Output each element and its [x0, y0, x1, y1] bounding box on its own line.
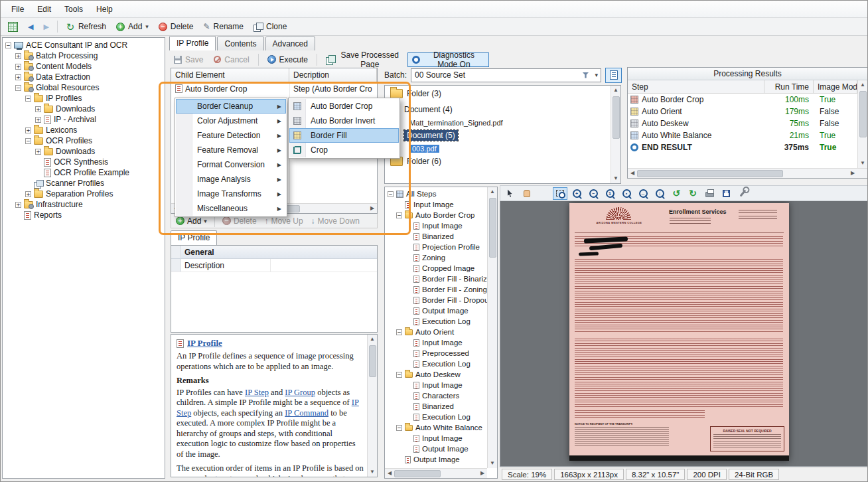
tree-item[interactable]: Border Fill - Binarized: [385, 274, 487, 284]
diagnostics-mode-button[interactable]: Diagnostics Mode On: [407, 52, 489, 67]
add-button[interactable]: Add ▾: [111, 19, 153, 34]
tree-item[interactable]: −Auto Border Crop: [385, 210, 487, 220]
help-link[interactable]: IP Step: [245, 388, 269, 397]
expander-minus-icon[interactable]: −: [388, 191, 394, 197]
scroll-left-arrow[interactable]: ◀: [628, 169, 637, 178]
batch-vertical-scrollbar[interactable]: ▲ ▼: [611, 86, 620, 183]
tree-item[interactable]: +Batch Processing: [3, 50, 165, 61]
tree-item[interactable]: Execution Log: [385, 359, 487, 369]
refresh-button[interactable]: Refresh: [61, 19, 111, 34]
results-column-image-modified[interactable]: Image Modifie: [814, 80, 857, 93]
nav-back-button[interactable]: ◀: [23, 19, 38, 34]
results-column-run-time[interactable]: Run Time: [764, 80, 814, 93]
expander-minus-icon[interactable]: −: [396, 329, 402, 335]
scroll-down-arrow[interactable]: ▼: [858, 159, 867, 168]
grid-column-child-element[interactable]: Child Element: [171, 68, 289, 82]
results-row[interactable]: Auto Deskew75msFalse: [628, 118, 867, 129]
scroll-right-arrow[interactable]: ▶: [478, 469, 487, 478]
zoom-height-button[interactable]: ↕: [652, 187, 667, 200]
submenu-item-crop[interactable]: Crop: [289, 143, 399, 157]
results-row[interactable]: Auto White Balance21msTrue: [628, 129, 867, 141]
rename-button[interactable]: Rename: [199, 19, 248, 34]
expander-plus-icon[interactable]: +: [25, 127, 31, 133]
steps-horizontal-scrollbar[interactable]: ◀ ▶: [385, 468, 487, 478]
expander-plus-icon[interactable]: +: [35, 106, 41, 112]
help-title-link[interactable]: IP Profile: [187, 338, 222, 349]
tree-item[interactable]: Output Image: [385, 454, 487, 465]
caret-down-icon[interactable]: ▾: [592, 72, 601, 78]
scroll-up-arrow[interactable]: ▲: [488, 187, 497, 197]
expander-minus-icon[interactable]: −: [396, 425, 402, 431]
tree-item[interactable]: +Content Models: [3, 61, 165, 72]
tree-item[interactable]: +Downloads: [3, 146, 165, 157]
property-value[interactable]: [271, 259, 377, 272]
select-arrow-button[interactable]: [503, 187, 518, 200]
scroll-up-arrow[interactable]: ▲: [611, 86, 620, 95]
menu-item-image-transforms[interactable]: Image Transforms▶: [176, 187, 286, 201]
tree-item[interactable]: Input Image: [385, 433, 487, 443]
tree-item[interactable]: +Data Extraction: [3, 72, 165, 82]
zoom-actual-button[interactable]: 1: [603, 187, 617, 200]
tree-item[interactable]: Binarized: [385, 401, 487, 412]
steps-vertical-scrollbar[interactable]: ▲ ▼: [487, 187, 497, 468]
tree-item[interactable]: −All Steps: [385, 189, 487, 199]
settings-button[interactable]: [735, 187, 750, 200]
expander-plus-icon[interactable]: +: [25, 191, 31, 197]
submenu-item-border-fill[interactable]: Border Fill: [289, 128, 399, 143]
scroll-thumb[interactable]: [637, 170, 783, 177]
help-vertical-scrollbar[interactable]: ▲ ▼: [367, 335, 377, 477]
scroll-left-arrow[interactable]: ◀: [385, 469, 394, 478]
save-button[interactable]: [719, 187, 733, 200]
expander-minus-icon[interactable]: −: [5, 42, 11, 48]
execute-button[interactable]: Execute: [263, 52, 313, 67]
tree-item[interactable]: Binarized: [385, 231, 487, 242]
batch-item-filename[interactable]: Matt_termination_Signed.pdf: [409, 118, 620, 127]
zoom-width-button[interactable]: ↔: [636, 187, 650, 200]
marquee-select-button[interactable]: [536, 187, 551, 200]
scroll-thumb[interactable]: [613, 96, 620, 139]
tree-item[interactable]: Scanner Profiles: [3, 178, 165, 189]
pan-hand-button[interactable]: [520, 187, 534, 200]
zoom-out-button[interactable]: −: [586, 187, 601, 200]
menu-item-color-adjustment[interactable]: Color Adjustment▶: [176, 114, 286, 128]
zoom-region-button[interactable]: [553, 187, 567, 200]
tree-item[interactable]: Input Image: [385, 380, 487, 390]
tree-toggle-button[interactable]: [3, 19, 23, 34]
batch-item-folder[interactable]: Folder (6): [385, 153, 620, 169]
nav-forward-button[interactable]: ▶: [38, 19, 53, 34]
tree-item[interactable]: −Auto Orient: [385, 327, 487, 337]
tree-item[interactable]: Output Image: [385, 305, 487, 316]
expander-minus-icon[interactable]: −: [396, 372, 402, 378]
expander-minus-icon[interactable]: −: [25, 96, 31, 102]
menu-file[interactable]: File: [5, 2, 31, 17]
tab-contents[interactable]: Contents: [217, 37, 263, 50]
tree-item[interactable]: OCR Synthesis: [3, 157, 165, 167]
tree-item[interactable]: Characters: [385, 390, 487, 401]
results-row[interactable]: Auto Border Crop100msTrue: [628, 94, 867, 106]
scroll-down-arrow[interactable]: ▼: [368, 467, 377, 477]
results-row[interactable]: Auto Orient179msFalse: [628, 106, 867, 118]
zoom-in-button[interactable]: +: [569, 187, 584, 200]
rotate-ccw-button[interactable]: ↺: [669, 187, 684, 200]
submenu-item-auto-border-crop[interactable]: Auto Border Crop: [289, 99, 399, 114]
clone-button[interactable]: Clone: [249, 19, 291, 34]
menu-item-image-analysis[interactable]: Image Analysis▶: [176, 172, 286, 187]
scroll-right-arrow[interactable]: ▶: [368, 204, 377, 213]
scroll-thumb[interactable]: [394, 470, 441, 477]
batch-item-document[interactable]: Document (4): [385, 102, 620, 118]
grid-row[interactable]: Auto Border Crop Step (Auto Border Cro: [171, 82, 377, 95]
tree-item[interactable]: Zoning: [385, 252, 487, 263]
tree-item[interactable]: −OCR Profiles: [3, 135, 165, 146]
print-button[interactable]: [702, 187, 717, 200]
expander-plus-icon[interactable]: +: [35, 117, 41, 123]
results-horizontal-scrollbar[interactable]: ◀ ▶: [628, 168, 867, 178]
tree-item[interactable]: Input Image: [385, 220, 487, 231]
tab-advanced[interactable]: Advanced: [265, 37, 315, 50]
help-link[interactable]: IP Group: [285, 388, 315, 397]
menu-item-miscellaneous[interactable]: Miscellaneous▶: [176, 201, 286, 216]
save-processed-page-button[interactable]: Save Processed Page: [321, 52, 406, 67]
menu-item-format-conversion[interactable]: Format Conversion▶: [176, 157, 286, 172]
tree-item[interactable]: Cropped Image: [385, 263, 487, 274]
menu-item-feature-removal[interactable]: Feature Removal▶: [176, 143, 286, 157]
expander-plus-icon[interactable]: +: [15, 74, 21, 80]
